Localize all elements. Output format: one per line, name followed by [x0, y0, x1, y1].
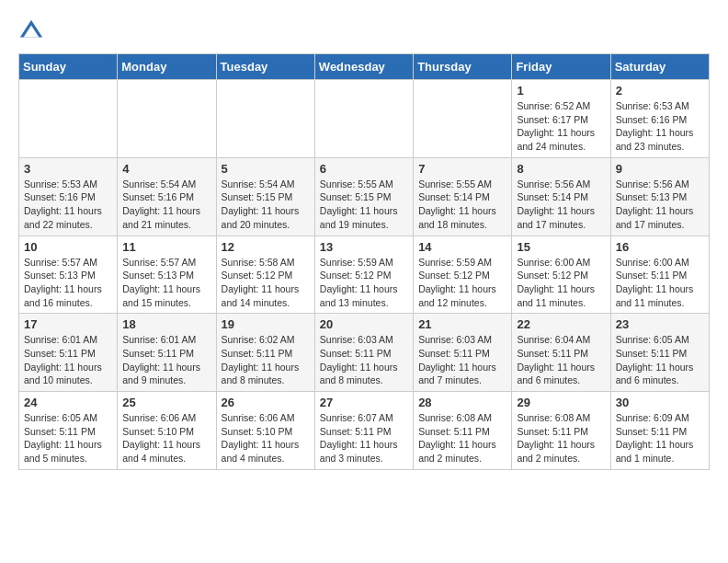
calendar-cell: 18Sunrise: 6:01 AM Sunset: 5:11 PM Dayli… — [118, 314, 216, 392]
weekday-header-sunday: Sunday — [19, 54, 118, 80]
day-number: 28 — [418, 396, 506, 409]
calendar-cell: 3Sunrise: 5:53 AM Sunset: 5:16 PM Daylig… — [19, 157, 118, 236]
day-number: 7 — [418, 162, 506, 176]
day-number: 1 — [517, 84, 605, 98]
day-info: Sunrise: 5:59 AM Sunset: 5:12 PM Dayligh… — [320, 256, 408, 310]
calendar-row-4: 24Sunrise: 6:05 AM Sunset: 5:11 PM Dayli… — [19, 392, 710, 470]
day-number: 21 — [418, 317, 506, 331]
day-number: 4 — [122, 162, 210, 176]
calendar-cell: 14Sunrise: 5:59 AM Sunset: 5:12 PM Dayli… — [414, 236, 512, 314]
calendar-cell: 20Sunrise: 6:03 AM Sunset: 5:11 PM Dayli… — [314, 314, 413, 392]
day-info: Sunrise: 6:03 AM Sunset: 5:11 PM Dayligh… — [418, 333, 506, 387]
calendar-cell: 12Sunrise: 5:58 AM Sunset: 5:12 PM Dayli… — [216, 236, 314, 314]
day-info: Sunrise: 6:53 AM Sunset: 6:16 PM Dayligh… — [616, 99, 704, 154]
calendar-cell: 28Sunrise: 6:08 AM Sunset: 5:11 PM Dayli… — [414, 392, 512, 470]
calendar-cell: 27Sunrise: 6:07 AM Sunset: 5:11 PM Dayli… — [314, 392, 413, 470]
calendar-body: 1Sunrise: 6:52 AM Sunset: 6:17 PM Daylig… — [19, 80, 710, 470]
calendar-table: SundayMondayTuesdayWednesdayThursdayFrid… — [18, 53, 710, 470]
day-number: 20 — [320, 317, 408, 331]
calendar-cell: 13Sunrise: 5:59 AM Sunset: 5:12 PM Dayli… — [314, 236, 413, 314]
calendar-cell: 8Sunrise: 5:56 AM Sunset: 5:14 PM Daylig… — [512, 157, 610, 236]
calendar-cell: 7Sunrise: 5:55 AM Sunset: 5:14 PM Daylig… — [414, 157, 512, 236]
calendar-cell: 1Sunrise: 6:52 AM Sunset: 6:17 PM Daylig… — [512, 80, 610, 158]
day-info: Sunrise: 6:00 AM Sunset: 5:11 PM Dayligh… — [616, 256, 704, 310]
calendar-cell: 17Sunrise: 6:01 AM Sunset: 5:11 PM Dayli… — [19, 314, 118, 392]
calendar-cell: 21Sunrise: 6:03 AM Sunset: 5:11 PM Dayli… — [414, 314, 512, 392]
weekday-header-monday: Monday — [118, 54, 216, 80]
calendar-row-3: 17Sunrise: 6:01 AM Sunset: 5:11 PM Dayli… — [19, 314, 710, 392]
day-info: Sunrise: 6:52 AM Sunset: 6:17 PM Dayligh… — [517, 99, 605, 154]
calendar-cell: 26Sunrise: 6:06 AM Sunset: 5:10 PM Dayli… — [216, 392, 314, 470]
logo — [18, 18, 48, 44]
day-info: Sunrise: 6:08 AM Sunset: 5:11 PM Dayligh… — [517, 411, 605, 465]
day-number: 6 — [320, 162, 408, 176]
day-number: 2 — [616, 84, 704, 98]
day-info: Sunrise: 5:56 AM Sunset: 5:14 PM Dayligh… — [517, 178, 605, 232]
day-info: Sunrise: 5:54 AM Sunset: 5:15 PM Dayligh… — [222, 178, 310, 232]
calendar-row-0: 1Sunrise: 6:52 AM Sunset: 6:17 PM Daylig… — [19, 80, 710, 158]
calendar-cell: 6Sunrise: 5:55 AM Sunset: 5:15 PM Daylig… — [314, 157, 413, 236]
day-number: 22 — [517, 317, 605, 331]
day-number: 16 — [616, 240, 704, 254]
weekday-header-saturday: Saturday — [610, 54, 709, 80]
day-info: Sunrise: 5:53 AM Sunset: 5:16 PM Dayligh… — [24, 178, 112, 232]
calendar-cell: 23Sunrise: 6:05 AM Sunset: 5:11 PM Dayli… — [610, 314, 709, 392]
day-number: 13 — [320, 240, 408, 254]
day-number: 30 — [616, 396, 704, 409]
day-info: Sunrise: 6:08 AM Sunset: 5:11 PM Dayligh… — [418, 411, 506, 465]
day-number: 14 — [418, 240, 506, 254]
calendar-cell — [314, 80, 413, 158]
day-number: 25 — [122, 396, 210, 409]
day-info: Sunrise: 6:03 AM Sunset: 5:11 PM Dayligh… — [320, 333, 408, 387]
calendar-cell: 10Sunrise: 5:57 AM Sunset: 5:13 PM Dayli… — [19, 236, 118, 314]
calendar-cell: 11Sunrise: 5:57 AM Sunset: 5:13 PM Dayli… — [118, 236, 216, 314]
calendar-cell: 30Sunrise: 6:09 AM Sunset: 5:11 PM Dayli… — [610, 392, 709, 470]
day-info: Sunrise: 5:58 AM Sunset: 5:12 PM Dayligh… — [222, 256, 310, 310]
day-info: Sunrise: 5:55 AM Sunset: 5:14 PM Dayligh… — [418, 178, 506, 232]
day-info: Sunrise: 5:57 AM Sunset: 5:13 PM Dayligh… — [122, 256, 210, 310]
calendar-cell — [19, 80, 118, 158]
day-info: Sunrise: 6:05 AM Sunset: 5:11 PM Dayligh… — [24, 411, 112, 465]
day-info: Sunrise: 6:07 AM Sunset: 5:11 PM Dayligh… — [320, 411, 408, 465]
day-number: 26 — [222, 396, 310, 409]
day-number: 19 — [222, 317, 310, 331]
calendar-cell: 4Sunrise: 5:54 AM Sunset: 5:16 PM Daylig… — [118, 157, 216, 236]
calendar-cell — [414, 80, 512, 158]
weekday-header-wednesday: Wednesday — [314, 54, 413, 80]
page-header — [18, 18, 710, 44]
day-info: Sunrise: 6:09 AM Sunset: 5:11 PM Dayligh… — [616, 411, 704, 465]
calendar-row-1: 3Sunrise: 5:53 AM Sunset: 5:16 PM Daylig… — [19, 157, 710, 236]
day-number: 12 — [222, 240, 310, 254]
day-number: 8 — [517, 162, 605, 176]
day-info: Sunrise: 5:56 AM Sunset: 5:13 PM Dayligh… — [616, 178, 704, 232]
day-info: Sunrise: 5:57 AM Sunset: 5:13 PM Dayligh… — [24, 256, 112, 310]
calendar-row-2: 10Sunrise: 5:57 AM Sunset: 5:13 PM Dayli… — [19, 236, 710, 314]
day-info: Sunrise: 6:00 AM Sunset: 5:12 PM Dayligh… — [517, 256, 605, 310]
day-info: Sunrise: 6:01 AM Sunset: 5:11 PM Dayligh… — [24, 333, 112, 387]
weekday-header-tuesday: Tuesday — [216, 54, 314, 80]
calendar-header: SundayMondayTuesdayWednesdayThursdayFrid… — [19, 54, 710, 80]
calendar-cell: 22Sunrise: 6:04 AM Sunset: 5:11 PM Dayli… — [512, 314, 610, 392]
day-number: 15 — [517, 240, 605, 254]
day-info: Sunrise: 6:06 AM Sunset: 5:10 PM Dayligh… — [222, 411, 310, 465]
calendar-cell: 24Sunrise: 6:05 AM Sunset: 5:11 PM Dayli… — [19, 392, 118, 470]
weekday-header-friday: Friday — [512, 54, 610, 80]
day-info: Sunrise: 6:04 AM Sunset: 5:11 PM Dayligh… — [517, 333, 605, 387]
day-number: 10 — [24, 240, 112, 254]
day-number: 5 — [222, 162, 310, 176]
calendar-cell: 16Sunrise: 6:00 AM Sunset: 5:11 PM Dayli… — [610, 236, 709, 314]
calendar-cell: 25Sunrise: 6:06 AM Sunset: 5:10 PM Dayli… — [118, 392, 216, 470]
day-number: 23 — [616, 317, 704, 331]
calendar-cell: 2Sunrise: 6:53 AM Sunset: 6:16 PM Daylig… — [610, 80, 709, 158]
day-info: Sunrise: 6:06 AM Sunset: 5:10 PM Dayligh… — [122, 411, 210, 465]
day-number: 9 — [616, 162, 704, 176]
day-number: 17 — [24, 317, 112, 331]
day-info: Sunrise: 5:59 AM Sunset: 5:12 PM Dayligh… — [418, 256, 506, 310]
calendar-cell: 29Sunrise: 6:08 AM Sunset: 5:11 PM Dayli… — [512, 392, 610, 470]
day-info: Sunrise: 6:02 AM Sunset: 5:11 PM Dayligh… — [222, 333, 310, 387]
calendar-cell — [216, 80, 314, 158]
day-info: Sunrise: 6:05 AM Sunset: 5:11 PM Dayligh… — [616, 333, 704, 387]
day-info: Sunrise: 5:54 AM Sunset: 5:16 PM Dayligh… — [122, 178, 210, 232]
day-number: 11 — [122, 240, 210, 254]
weekday-header-row: SundayMondayTuesdayWednesdayThursdayFrid… — [19, 54, 710, 80]
